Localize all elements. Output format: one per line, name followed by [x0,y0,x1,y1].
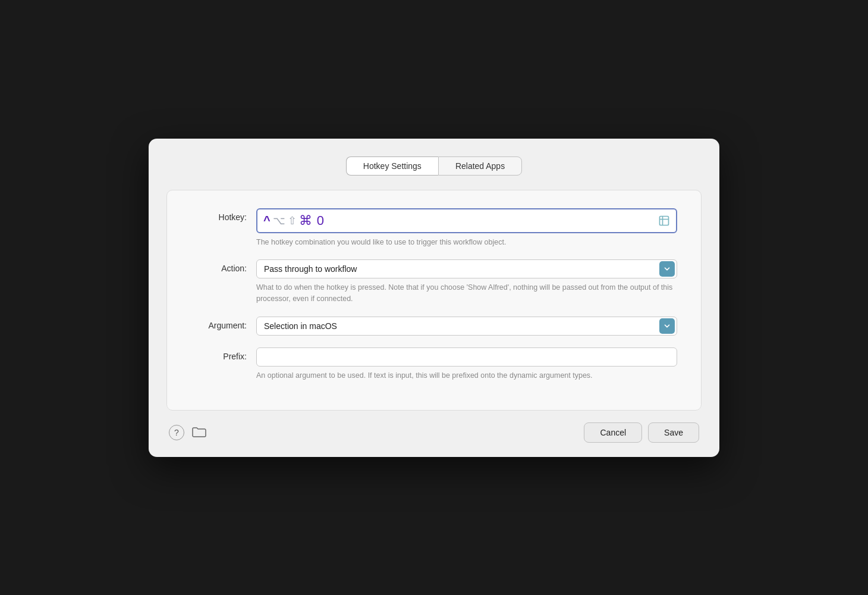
hotkey-cmd-icon [658,215,670,227]
footer-right: Cancel Save [584,422,699,443]
argument-row: Argument: Selection in macOS No Argument… [191,317,677,336]
hotkey-input-field[interactable]: ^ ⌥ ⇧ ⌘ 0 [256,208,677,233]
hotkey-control: ^ ⌥ ⇧ ⌘ 0 The hotkey combination you [256,208,677,248]
cmd-key: ⌘ [299,213,312,228]
argument-label: Argument: [191,317,256,330]
action-label: Action: [191,259,256,273]
argument-control: Selection in macOS No Argument Argument … [256,317,677,336]
folder-button[interactable] [191,426,207,439]
footer-left: ? [169,425,207,440]
key-char: 0 [317,213,324,228]
action-select-wrapper: Pass through to workflow Show Alfred Sho… [256,259,677,278]
settings-panel: Hotkey: ^ ⌥ ⇧ ⌘ 0 [166,190,702,411]
prefix-control: An optional argument to be used. If text… [256,347,677,381]
tab-bar: Hotkey Settings Related Apps [166,156,702,176]
hotkey-row: Hotkey: ^ ⌥ ⇧ ⌘ 0 [191,208,677,248]
alt-key: ⌥ [273,214,285,227]
hotkey-symbols: ^ ⌥ ⇧ ⌘ 0 [263,213,658,228]
action-row: Action: Pass through to workflow Show Al… [191,259,677,305]
action-select[interactable]: Pass through to workflow Show Alfred Sho… [256,259,677,278]
prefix-row: Prefix: An optional argument to be used.… [191,347,677,381]
hotkey-label: Hotkey: [191,208,256,222]
save-button[interactable]: Save [648,422,699,443]
prefix-hint: An optional argument to be used. If text… [256,370,677,381]
action-control: Pass through to workflow Show Alfred Sho… [256,259,677,305]
tab-hotkey-settings[interactable]: Hotkey Settings [346,156,438,176]
help-button[interactable]: ? [169,425,184,440]
argument-select-wrapper: Selection in macOS No Argument Argument … [256,317,677,336]
ctrl-key: ^ [263,214,271,227]
hotkey-hint: The hotkey combination you would like to… [256,237,677,248]
footer: ? Cancel Save [166,422,702,443]
action-hint: What to do when the hotkey is pressed. N… [256,282,677,305]
prefix-label: Prefix: [191,347,256,361]
main-window: Hotkey Settings Related Apps Hotkey: ^ ⌥… [149,139,719,457]
cancel-button[interactable]: Cancel [584,422,642,443]
shift-key: ⇧ [288,214,297,227]
prefix-input[interactable] [256,347,677,367]
tab-related-apps[interactable]: Related Apps [438,156,522,176]
argument-select[interactable]: Selection in macOS No Argument Argument … [256,317,677,336]
